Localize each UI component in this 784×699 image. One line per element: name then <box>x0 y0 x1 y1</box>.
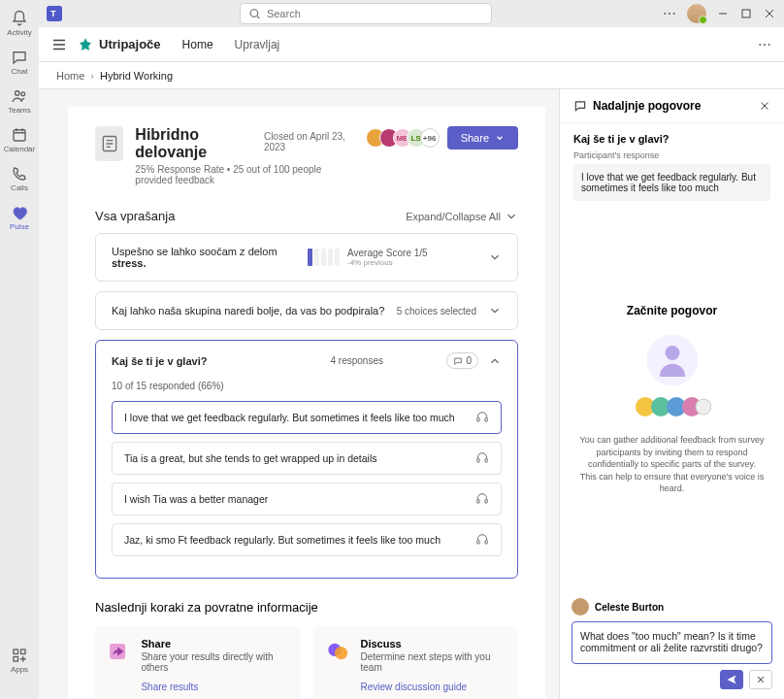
rail-label: Pulse <box>10 222 29 231</box>
rail-label: Apps <box>11 665 28 674</box>
svg-point-11 <box>673 13 675 15</box>
conversation-count[interactable]: 0 <box>446 352 478 369</box>
svg-point-31 <box>335 647 347 659</box>
question-text: Kaj še ti je v glavi? <box>112 355 207 367</box>
svg-point-14 <box>764 43 766 45</box>
svg-point-1 <box>21 92 25 96</box>
pulse-icon <box>11 204 28 221</box>
svg-rect-4 <box>21 649 26 654</box>
global-search[interactable] <box>240 3 492 24</box>
next-steps-title: Naslednji koraki za povratne informacije <box>95 600 518 615</box>
tab-manage[interactable]: Upravljaj <box>235 38 280 51</box>
question-header[interactable]: Uspešno se lahko soočam z delom stress. … <box>96 234 517 281</box>
context-response: I love that we get feedback regularly. B… <box>573 164 770 201</box>
chat-icon <box>11 49 28 66</box>
questions-title: Vsa vprašanja <box>95 209 175 223</box>
close-button[interactable] <box>763 7 776 20</box>
facepile[interactable]: MB LS +96 <box>366 128 440 148</box>
svg-point-33 <box>665 346 679 360</box>
svg-point-0 <box>16 91 20 96</box>
next-step-discuss[interactable]: Discuss Determine next steps with you te… <box>313 626 518 699</box>
ns-title: Discuss <box>361 638 507 649</box>
svg-point-9 <box>664 13 666 15</box>
chevron-down-icon <box>488 250 502 264</box>
response-item[interactable]: Tia is a great, but she tends to get wra… <box>112 442 502 475</box>
compose-input[interactable]: What does "too much" mean? Is it time co… <box>572 621 772 664</box>
rail-label: Activity <box>7 28 31 37</box>
headset-icon <box>475 533 489 547</box>
conversation-panel: Nadaljnje pogovore Kaj še ti je v glavi?… <box>559 89 784 699</box>
title-bar: T <box>39 0 784 27</box>
discard-button[interactable] <box>749 670 772 689</box>
share-icon <box>107 638 131 665</box>
svg-rect-3 <box>14 649 18 654</box>
app-logo[interactable]: Utripajoče <box>78 37 161 52</box>
search-input[interactable] <box>267 8 483 19</box>
svg-rect-18 <box>485 418 487 422</box>
bell-icon <box>11 10 28 27</box>
rail-item-teams[interactable]: Teams <box>0 82 39 120</box>
more-icon[interactable] <box>662 6 677 21</box>
svg-rect-12 <box>742 10 750 17</box>
rail-item-activity[interactable]: Activity <box>0 4 39 43</box>
maximize-button[interactable] <box>739 7 753 20</box>
avatar-overflow: +96 <box>420 128 440 148</box>
question-header[interactable]: Kaj lahko naša skupina naredi bolje, da … <box>96 292 517 329</box>
compose-user-name: Celeste Burton <box>595 602 664 613</box>
minimize-button[interactable] <box>716 7 730 20</box>
empty-title: Začnite pogovor <box>627 304 717 317</box>
discuss-icon <box>325 638 351 665</box>
share-button[interactable]: Share <box>447 126 518 150</box>
rail-item-chat[interactable]: Chat <box>0 43 39 82</box>
chevron-down-icon <box>488 304 502 317</box>
response-rate: 10 of 15 responded (66%) <box>112 381 502 391</box>
response-item[interactable]: I wish Tia was a better manager <box>112 483 502 516</box>
app-header: Utripajoče Home Upravljaj <box>39 27 784 62</box>
header-more-icon[interactable] <box>757 37 772 52</box>
question-text: Kaj lahko naša skupina naredi bolje, da … <box>112 305 384 316</box>
rail-item-calendar[interactable]: Calendar <box>0 120 39 159</box>
chat-icon <box>453 356 463 366</box>
compose-avatar <box>572 598 589 616</box>
hamburger-icon[interactable] <box>50 36 68 53</box>
survey-closed-date: Closed on April 23, 2023 <box>264 131 354 152</box>
breadcrumb: Home › Hybrid Working <box>39 62 784 89</box>
tab-home[interactable]: Home <box>182 38 213 51</box>
rail-item-pulse[interactable]: Pulse <box>0 198 39 237</box>
svg-rect-2 <box>14 130 25 141</box>
teams-logo-icon: T <box>47 6 62 21</box>
question-card: Uspešno se lahko soočam z delom stress. … <box>95 233 518 282</box>
calendar-icon <box>11 126 28 144</box>
svg-rect-21 <box>477 500 479 504</box>
ns-desc: Determine next steps with you team <box>361 651 507 673</box>
expand-collapse-all[interactable]: Expand/Collapse All <box>406 210 518 223</box>
ns-link[interactable]: Share results <box>141 682 198 692</box>
question-header[interactable]: Kaj še ti je v glavi? 4 responses 0 <box>96 341 517 381</box>
next-steps-section: Naslednji koraki za povratne informacije… <box>95 600 518 699</box>
headset-icon <box>475 411 489 424</box>
svg-rect-24 <box>485 541 487 545</box>
person-illustration-icon <box>643 331 702 389</box>
response-item[interactable]: I love that we get feedback regularly. B… <box>112 401 502 434</box>
svg-point-15 <box>768 43 770 45</box>
svg-point-13 <box>759 43 761 45</box>
send-icon <box>726 674 737 685</box>
chat-icon <box>573 99 587 113</box>
rail-label: Calls <box>11 183 28 192</box>
svg-rect-22 <box>485 500 487 504</box>
ns-link[interactable]: Review discussion guide <box>361 682 468 692</box>
crumb-home[interactable]: Home <box>56 70 84 82</box>
score-bars <box>308 249 340 266</box>
close-icon[interactable] <box>759 100 770 112</box>
headset-icon <box>475 492 489 506</box>
rail-item-apps[interactable]: Apps <box>0 641 39 680</box>
response-item[interactable]: Jaz, ki smo Ft feedback regularly. But s… <box>112 523 502 556</box>
send-button[interactable] <box>720 670 743 689</box>
rail-item-calls[interactable]: Calls <box>0 159 39 198</box>
score-sub: -4% previous <box>347 258 428 267</box>
search-icon <box>248 7 261 20</box>
score-label: Average Score 1/5 <box>347 248 428 258</box>
svg-point-38 <box>696 399 711 415</box>
next-step-share[interactable]: Share Share your results directly with o… <box>95 626 300 699</box>
user-avatar[interactable] <box>687 4 706 23</box>
